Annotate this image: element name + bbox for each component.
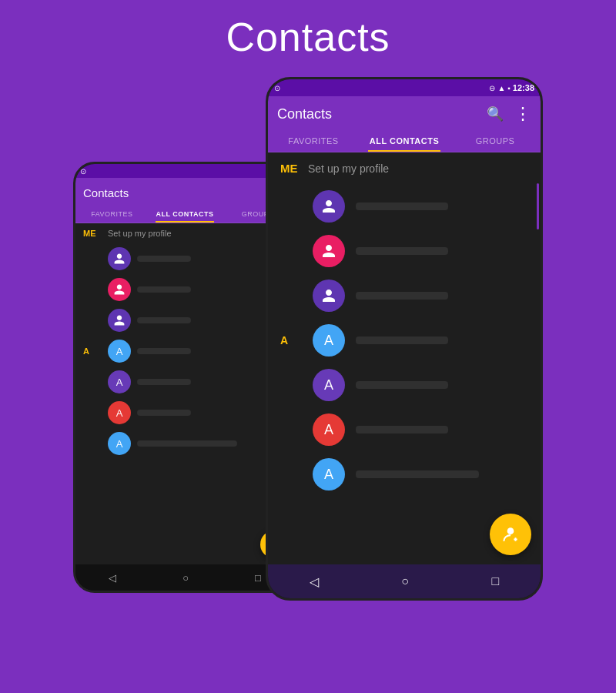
list-item[interactable]	[268, 229, 541, 273]
list-item[interactable]	[268, 184, 541, 229]
large-battery-icon: ▪	[507, 84, 511, 92]
large-fab[interactable]	[490, 514, 531, 555]
large-me-row[interactable]: ME Set up my profile	[268, 152, 541, 184]
large-contact-name-4	[356, 336, 448, 344]
small-contact-name-5	[137, 379, 191, 385]
small-avatar-1	[108, 247, 131, 270]
small-app-bar: Contacts 🔍	[75, 178, 294, 206]
small-phone: ⊙ ▲ ▲ ▪▪ Contacts 🔍 FAVORITES	[73, 162, 296, 593]
small-back-icon[interactable]: ◁	[109, 572, 116, 584]
list-item[interactable]: A	[268, 363, 541, 407]
large-avatar-6: A	[313, 413, 345, 446]
large-search-icon[interactable]: 🔍	[487, 105, 504, 122]
list-item[interactable]	[75, 243, 294, 274]
small-avatar-4: A	[108, 340, 131, 363]
small-me-label: ME	[83, 229, 102, 238]
list-item[interactable]: A	[75, 428, 294, 459]
list-item[interactable]	[268, 273, 541, 318]
small-contact-name-6	[137, 410, 191, 416]
list-item[interactable]	[75, 274, 294, 305]
small-contact-name-2	[137, 286, 191, 293]
large-tabs: FAVORITES ALL CONTACTS GROUPS	[268, 130, 541, 152]
large-phone: ⊙ ⊖ ▲ ▪ 12:38 Contacts 🔍 ⋮ FAVORIT	[266, 77, 543, 601]
page-title: Contacts	[226, 14, 390, 60]
large-menu-icon[interactable]: ⋮	[514, 104, 531, 124]
small-tab-allcontacts[interactable]: ALL CONTACTS	[149, 206, 222, 223]
large-avatar-3	[313, 280, 345, 312]
large-app-title: Contacts	[277, 106, 332, 122]
large-me-text: Set up my profile	[308, 162, 389, 175]
large-avatar-5: A	[313, 369, 345, 401]
large-me-label: ME	[280, 162, 299, 175]
list-item[interactable]	[75, 305, 294, 336]
large-tab-allcontacts[interactable]: ALL CONTACTS	[359, 130, 450, 152]
small-avatar-7: A	[108, 432, 131, 455]
small-nav-bar: ◁ ○ □	[75, 564, 294, 591]
small-section-a: A	[83, 346, 102, 356]
small-contact-name-7	[137, 440, 237, 447]
small-contact-name-1	[137, 256, 191, 262]
large-status-icons-right: ⊖ ▲ ▪ 12:38	[489, 83, 534, 92]
large-recents-icon[interactable]: □	[492, 574, 500, 588]
svg-point-1	[507, 527, 514, 534]
small-avatar-5: A	[108, 370, 131, 393]
large-nav-bar: ◁ ○ □	[268, 564, 541, 598]
small-avatar-6: A	[108, 401, 131, 424]
small-app-title: Contacts	[83, 186, 129, 199]
large-content: ME Set up my profile	[268, 152, 541, 564]
large-status-icon: ⊙	[274, 84, 280, 92]
list-item[interactable]: A A	[268, 318, 541, 363]
large-status-bar: ⊙ ⊖ ▲ ▪ 12:38	[268, 79, 541, 96]
small-contact-name-4	[137, 348, 191, 354]
small-status-icon: ⊙	[80, 167, 86, 176]
list-item[interactable]: A	[268, 407, 541, 452]
large-avatar-7: A	[313, 458, 345, 490]
large-contact-name-3	[356, 292, 448, 300]
large-section-a: A	[280, 334, 302, 346]
list-item[interactable]: A	[75, 397, 294, 428]
small-tab-favorites[interactable]: FAVORITES	[75, 206, 149, 223]
small-contact-name-3	[137, 317, 191, 323]
large-avatar-4: A	[313, 324, 345, 357]
list-item[interactable]: A	[75, 367, 294, 397]
large-contact-name-7	[356, 470, 479, 478]
large-contact-name-1	[356, 203, 448, 210]
large-home-icon[interactable]: ○	[401, 574, 409, 588]
list-item[interactable]: A	[268, 452, 541, 497]
large-scrollbar[interactable]	[537, 183, 539, 229]
small-home-icon[interactable]: ○	[182, 572, 189, 584]
large-contact-name-5	[356, 381, 448, 389]
large-signal-icon: ▲	[497, 84, 505, 92]
list-item[interactable]: A A	[75, 336, 294, 367]
small-content: ME Set up my profile	[75, 223, 294, 564]
large-contact-list: A A A A	[268, 184, 541, 497]
large-avatar-2	[313, 235, 345, 267]
phones-container: ⊙ ▲ ▲ ▪▪ Contacts 🔍 FAVORITES	[0, 77, 616, 616]
small-contact-list: A A A A	[75, 243, 294, 459]
small-status-bar: ⊙ ▲ ▲ ▪▪	[75, 164, 294, 178]
large-contact-name-2	[356, 247, 448, 255]
large-contact-name-6	[356, 426, 448, 434]
large-app-icons: 🔍 ⋮	[487, 104, 531, 124]
small-avatar-3	[108, 309, 131, 332]
large-time: 12:38	[513, 83, 534, 92]
large-tab-favorites[interactable]: FAVORITES	[268, 130, 359, 152]
large-avatar-1	[313, 190, 345, 223]
large-app-bar: Contacts 🔍 ⋮	[268, 96, 541, 130]
large-tab-groups[interactable]: GROUPS	[450, 130, 541, 152]
small-me-text: Set up my profile	[108, 229, 172, 238]
small-avatar-2	[108, 278, 131, 301]
small-me-row[interactable]: ME Set up my profile	[75, 223, 294, 243]
large-back-icon[interactable]: ◁	[310, 574, 319, 589]
small-tabs: FAVORITES ALL CONTACTS GROUPS	[75, 206, 294, 223]
small-recents-icon[interactable]: □	[255, 572, 261, 584]
large-minus-icon: ⊖	[489, 84, 495, 92]
